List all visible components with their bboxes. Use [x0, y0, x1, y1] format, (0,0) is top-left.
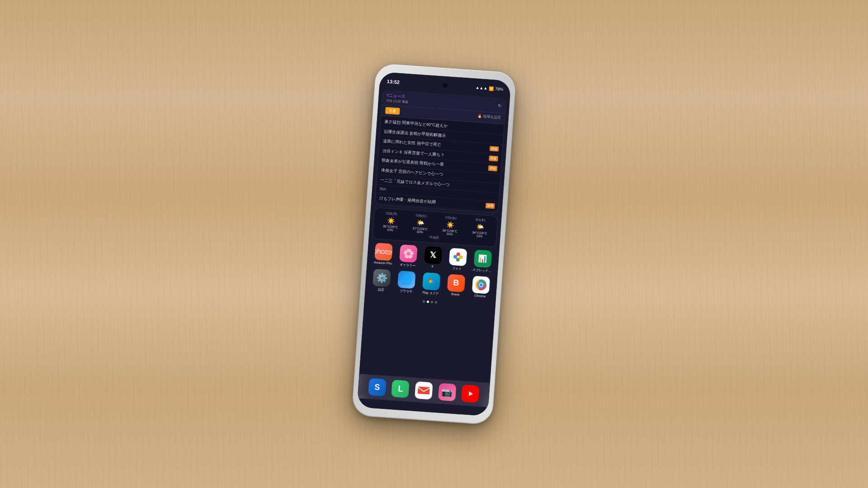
weather-temp: 38°C/29°C10%: [382, 225, 398, 232]
news-logo: Yニュース 7/29 13:20 最新: [386, 93, 409, 104]
weather-temp: 36°C/28°C20%: [442, 229, 458, 236]
app-icon-img: 📊: [473, 249, 492, 268]
app-grid: photos Amazon Pho 🌸 ギャラリー �: [365, 238, 499, 300]
app-icon-img: ⚙️: [373, 268, 392, 287]
news-tag: 速報: [486, 203, 495, 209]
app-icon-img: 🌐: [397, 270, 416, 289]
gmail-icon: [418, 385, 430, 395]
news-tab-main[interactable]: 主要: [385, 107, 400, 115]
news-widget[interactable]: Yニュース 7/29 13:20 最新 ↻ 主要 🔥 地域を設定 暑さ猛烈 関東…: [375, 90, 506, 213]
wifi-icon: 🛜: [489, 86, 494, 91]
weather-date: 7/30(火): [415, 213, 427, 219]
app-sheets[interactable]: 📊 スプレッド...: [471, 249, 493, 273]
app-label: ブラウザ: [399, 288, 412, 294]
app-label: Chrome: [474, 294, 486, 298]
app-row-1: photos Amazon Pho 🌸 ギャラリー �: [370, 242, 495, 273]
dock-app-gmail[interactable]: [413, 381, 435, 400]
photos-icon: photos: [375, 247, 393, 256]
weather-icon: ☀️: [387, 216, 395, 224]
screen-content: Yニュース 7/29 13:20 最新 ↻ 主要 🔥 地域を設定 暑さ猛烈 関東…: [357, 86, 510, 416]
news-tag: 速報: [488, 165, 498, 171]
browser-icon: 🌐: [401, 274, 413, 286]
app-icon-img: L: [392, 380, 410, 398]
app-label: Brave: [451, 292, 460, 296]
news-tag: 速報: [490, 146, 499, 152]
app-icon-img: [472, 276, 490, 294]
app-gallery[interactable]: 🌸 ギャラリー: [397, 244, 420, 268]
samsung-icon: S: [374, 382, 380, 392]
app-icon-img: S: [368, 378, 387, 397]
dock-app-camera[interactable]: 📷: [436, 383, 458, 401]
phone-screen: 13:52 ▲▲▲ 🛜 78% Yニュース 7/29 13:20 最新: [357, 72, 511, 416]
news-list: 暑さ猛烈 関東甲信など40°C超えか 旧優生保護法 首相が早期和解撤示 道路に倒…: [375, 116, 504, 212]
chrome-icon: [474, 278, 488, 291]
signal-icon: ▲▲▲: [475, 85, 487, 91]
google-photos-icon: [452, 251, 464, 263]
app-label: Play ストア: [422, 290, 439, 296]
page-dot-3: [431, 300, 433, 303]
svg-point-1: [459, 255, 463, 259]
status-time: 13:52: [387, 79, 400, 85]
dock-app-youtube[interactable]: [459, 385, 481, 403]
dock: S L: [358, 374, 490, 407]
weather-day-3: 7/31(水) ☀️ 36°C/28°C20%: [435, 215, 465, 236]
app-icon-img: [449, 248, 467, 266]
svg-point-2: [456, 258, 460, 262]
app-icon-img: 📷: [438, 383, 457, 402]
app-x[interactable]: 𝕏 X: [422, 246, 444, 270]
weather-date: 8/1(木): [476, 217, 486, 222]
app-chrome[interactable]: Chrome: [469, 275, 491, 299]
page-dot-4: [435, 301, 437, 303]
app-label: Amazon Pho: [374, 260, 392, 265]
phone-shell: 13:52 ▲▲▲ 🛜 78% Yニュース 7/29 13:20 最新: [352, 63, 516, 425]
x-icon: 𝕏: [429, 250, 437, 260]
weather-date: 7/29(月): [385, 211, 397, 216]
app-row-2: ⚙️ 設定 🌐 ブラウザ: [368, 268, 494, 300]
app-icon-img: 🌸: [399, 244, 418, 263]
weather-icon: ☀️: [446, 221, 454, 228]
app-google-photos[interactable]: フォト: [447, 248, 469, 272]
app-icon-img: [415, 381, 433, 400]
dock-app-samsung[interactable]: S: [366, 378, 388, 396]
app-amazon-photos[interactable]: photos Amazon Pho: [373, 242, 395, 266]
page-dot-2: [427, 300, 429, 303]
phone-device: 13:52 ▲▲▲ 🛜 78% Yニュース 7/29 13:20 最新: [352, 63, 516, 425]
gallery-icon: 🌸: [402, 248, 415, 259]
weather-temp: 34°C/29°C10%: [472, 230, 487, 238]
weather-day-2: 7/30(火) 🌤️ 37°C/29°C30%: [406, 212, 435, 234]
app-icon-img: photos: [375, 243, 393, 261]
app-icon-img: 𝕏: [424, 246, 443, 264]
refresh-icon[interactable]: ↻: [498, 103, 502, 108]
app-playstore[interactable]: Play ストア: [420, 272, 442, 296]
svg-point-3: [453, 255, 458, 259]
app-label: ギャラリー: [400, 262, 416, 267]
weather-date: 7/31(水): [445, 215, 457, 221]
app-label: X: [431, 264, 434, 267]
dock-app-l[interactable]: L: [390, 380, 412, 398]
app-icon-img: B: [447, 274, 466, 292]
svg-rect-11: [418, 386, 430, 394]
youtube-icon: [464, 389, 476, 399]
app-label: スプレッド...: [472, 267, 491, 273]
page-dot-1: [423, 300, 425, 302]
svg-point-0: [456, 252, 460, 256]
brave-icon: B: [453, 278, 459, 288]
news-tag: 速報: [489, 155, 498, 161]
app-icon-img: [461, 385, 480, 403]
weather-icon: 🌤️: [416, 219, 425, 226]
weather-icon: 🌤️: [476, 223, 484, 230]
l-icon: L: [398, 384, 403, 394]
app-brave[interactable]: B Brave: [445, 274, 467, 298]
settings-icon: ⚙️: [376, 272, 388, 284]
app-label: 設定: [378, 287, 385, 292]
battery-text: 78%: [495, 87, 504, 92]
weather-day-1: 7/29(月) ☀️ 38°C/29°C10%: [376, 211, 406, 232]
weather-day-4: 8/1(木) 🌤️ 34°C/29°C10%: [465, 216, 495, 238]
app-settings[interactable]: ⚙️ 設定: [371, 268, 393, 292]
app-icon-img: [422, 272, 441, 291]
location-setting[interactable]: 🔥 地域を設定: [477, 113, 501, 122]
status-icons: ▲▲▲ 🛜 78%: [475, 85, 503, 92]
weather-temp: 37°C/29°C30%: [412, 226, 428, 234]
playstore-icon: [426, 276, 436, 286]
app-browser[interactable]: 🌐 ブラウザ: [395, 270, 417, 294]
